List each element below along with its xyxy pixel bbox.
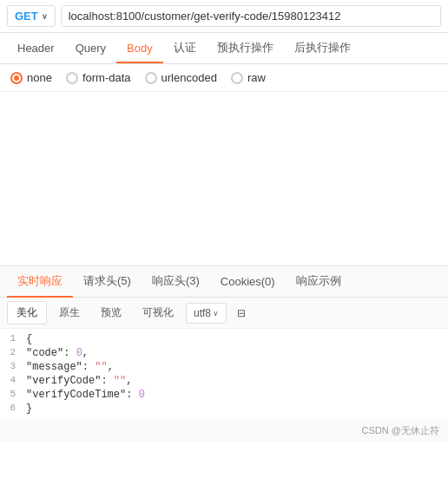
json-line: 2 "code": 0, — [0, 346, 448, 360]
tab-Query[interactable]: Query — [65, 35, 116, 63]
tab-后执行操作[interactable]: 后执行操作 — [284, 33, 361, 64]
radio-circle-urlencoded — [145, 72, 157, 84]
method-dropdown-arrow: ∨ — [42, 12, 48, 21]
url-bar: GET ∨ — [0, 0, 448, 33]
url-input[interactable] — [61, 5, 441, 27]
method-label: GET — [15, 10, 38, 23]
encoding-select[interactable]: utf8∨ — [186, 303, 227, 324]
view-tabs-row: 美化原生预览可视化utf8∨⊟ — [0, 298, 448, 329]
resp-tab-Cookies(0)[interactable]: Cookies(0) — [210, 268, 286, 297]
resp-tab-实时响应[interactable]: 实时响应 — [7, 266, 73, 298]
print-button[interactable]: ⊟ — [230, 304, 253, 323]
line-content: "verifyCodeTime": 0 — [26, 389, 448, 401]
radio-none[interactable]: none — [10, 71, 52, 84]
json-viewer: 1{2 "code": 0,3 "message": "",4 "verifyC… — [0, 329, 448, 419]
radio-label-urlencoded: urlencoded — [161, 71, 217, 84]
line-content: "message": "", — [26, 361, 448, 373]
encoding-arrow: ∨ — [213, 309, 219, 318]
radio-label-raw: raw — [247, 71, 266, 84]
radio-form-data[interactable]: form-data — [66, 71, 131, 84]
radio-raw[interactable]: raw — [231, 71, 266, 84]
tabs-row: HeaderQueryBody认证预执行操作后执行操作 — [0, 33, 448, 64]
body-area — [0, 92, 448, 265]
radio-circle-none — [10, 72, 23, 84]
line-number: 5 — [0, 389, 26, 399]
json-line: 5 "verifyCodeTime": 0 — [0, 388, 448, 402]
resp-tab-响应头(3)[interactable]: 响应头(3) — [142, 266, 210, 298]
body-options: noneform-dataurlencodedraw — [0, 64, 448, 92]
line-content: } — [26, 403, 448, 415]
encoding-label: utf8 — [194, 307, 211, 319]
method-selector[interactable]: GET ∨ — [7, 5, 56, 27]
line-number: 2 — [0, 347, 26, 357]
json-line: 6} — [0, 402, 448, 416]
line-number: 6 — [0, 403, 26, 413]
bottom-section: 实时响应请求头(5)响应头(3)Cookies(0)响应示例 美化原生预览可视化… — [0, 265, 448, 442]
tab-Header[interactable]: Header — [7, 35, 65, 63]
json-line: 3 "message": "", — [0, 360, 448, 374]
radio-urlencoded[interactable]: urlencoded — [145, 71, 217, 84]
tab-预执行操作[interactable]: 预执行操作 — [207, 33, 284, 64]
view-tab-预览[interactable]: 预览 — [92, 302, 130, 324]
view-tab-可视化[interactable]: 可视化 — [134, 302, 182, 324]
json-line: 4 "verifyCode": "", — [0, 374, 448, 388]
radio-circle-raw — [231, 72, 243, 84]
tab-Body[interactable]: Body — [116, 35, 163, 63]
watermark: CSDN @无休止符 — [0, 419, 448, 442]
view-tab-美化[interactable]: 美化 — [7, 301, 47, 324]
line-content: "code": 0, — [26, 347, 448, 359]
response-tabs: 实时响应请求头(5)响应头(3)Cookies(0)响应示例 — [0, 266, 448, 298]
line-content: "verifyCode": "", — [26, 375, 448, 387]
radio-circle-form-data — [66, 72, 78, 84]
resp-tab-响应示例[interactable]: 响应示例 — [286, 266, 352, 298]
line-content: { — [26, 333, 448, 345]
json-line: 1{ — [0, 332, 448, 346]
radio-label-form-data: form-data — [82, 71, 131, 84]
radio-label-none: none — [27, 71, 52, 84]
line-number: 3 — [0, 361, 26, 371]
resp-tab-请求头(5)[interactable]: 请求头(5) — [73, 266, 142, 298]
line-number: 1 — [0, 333, 26, 344]
line-number: 4 — [0, 375, 26, 385]
tab-认证[interactable]: 认证 — [163, 33, 207, 64]
view-tab-原生[interactable]: 原生 — [50, 302, 89, 324]
